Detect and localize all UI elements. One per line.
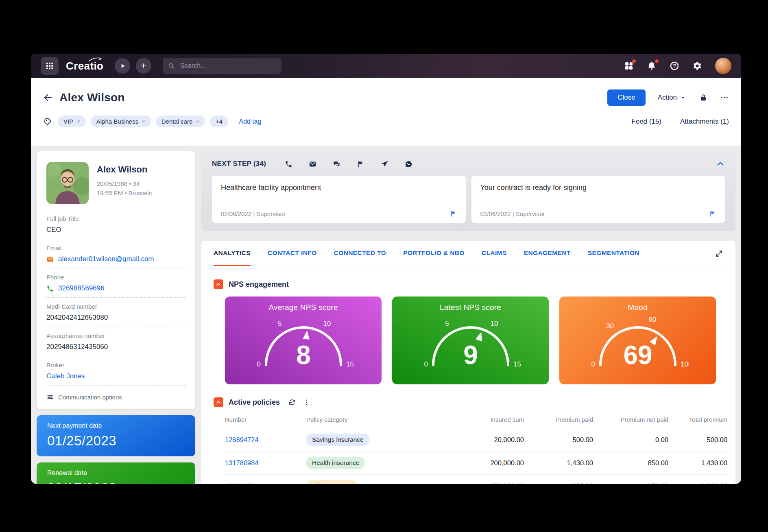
gauge-title: Latest NPS score (392, 303, 549, 312)
profile-time-location: 19:55 PM • Brussels (97, 188, 152, 198)
remove-tag-icon[interactable]: × (77, 118, 80, 124)
tab-portfolio-nbo[interactable]: PORTFOLIO & NBO (403, 241, 465, 266)
field-value[interactable]: 326988569696 (58, 284, 104, 292)
field-label: Phone (46, 274, 185, 281)
remove-tag-icon[interactable]: × (196, 118, 200, 124)
column-header-premium-not-paid[interactable]: Premium not paid (593, 412, 668, 428)
apps-menu-button[interactable] (41, 57, 59, 75)
widgets-button[interactable] (624, 61, 634, 71)
gauge-title: Average NPS score (225, 303, 382, 312)
settings-button[interactable] (692, 61, 702, 71)
gauge-card-mood: Mood0306010069 (559, 297, 716, 384)
field-value[interactable]: Caleb Jones (46, 372, 85, 380)
tab-connected-to[interactable]: CONNECTED TO (334, 241, 386, 266)
refresh-icon[interactable] (288, 399, 296, 406)
close-button[interactable]: Close (607, 89, 645, 106)
envelope-icon (46, 255, 54, 263)
apps-grid-icon (45, 61, 54, 70)
chat-icon[interactable] (333, 160, 340, 168)
tab-engagement[interactable]: ENGAGEMENT (524, 241, 571, 266)
action-dropdown[interactable]: Action (658, 94, 687, 102)
svg-text:15: 15 (346, 360, 354, 368)
gauge-title: Mood (559, 303, 716, 312)
insured-sum-cell: 200,000.00 (441, 451, 524, 475)
global-search[interactable] (163, 58, 281, 74)
add-tag-button[interactable]: Add tag (239, 118, 261, 125)
column-header-total-premium[interactable]: Total premium (668, 412, 727, 428)
tag-pill-dental-care[interactable]: Dental care× (156, 116, 205, 127)
attachments-link[interactable]: Attachments (1) (680, 118, 729, 126)
field-label: Email (46, 244, 185, 251)
tag-pill-vip[interactable]: VIP× (58, 116, 86, 127)
gear-icon (692, 61, 702, 71)
collapse-section-button[interactable] (214, 279, 223, 289)
back-button[interactable] (43, 93, 53, 102)
premium-paid-cell: 1,430.00 (524, 451, 593, 475)
send-icon[interactable] (381, 160, 388, 168)
next-step-card[interactable]: Healthcare facility appointment 02/06/20… (212, 176, 466, 223)
caret-down-icon (679, 94, 687, 101)
feed-link[interactable]: Feed (15) (631, 118, 661, 126)
next-step-card[interactable]: Your contract is ready for signing 02/06… (471, 176, 725, 223)
bell-icon (647, 61, 657, 71)
remove-tag-icon[interactable]: × (142, 118, 145, 124)
column-header-insured-sum[interactable]: Insured sum (441, 412, 524, 428)
tab-contact-info[interactable]: CONTACT INFO (268, 241, 317, 266)
next-step-card-title: Your contract is ready for signing (480, 183, 716, 192)
search-input[interactable] (179, 62, 277, 70)
policies-section-header: Active policies (214, 397, 723, 407)
flag-icon[interactable] (357, 160, 364, 168)
kebab-menu-icon[interactable] (303, 399, 310, 406)
policy-number-link[interactable]: 126894724 (225, 436, 259, 443)
table-row[interactable]: 131780984 Health insurance 200,000.00 1,… (225, 451, 727, 475)
insured-sum-cell: 20.000.00 (441, 428, 524, 451)
column-header-premium-paid[interactable]: Premium paid (524, 412, 593, 428)
topbar-right: ? (624, 58, 731, 74)
run-process-button[interactable] (115, 58, 130, 74)
renewal-date-card[interactable]: Renewal date 02/17/2023 (37, 462, 195, 484)
lock-button[interactable] (699, 93, 708, 102)
collapse-section-button[interactable] (214, 397, 223, 407)
collapse-panel-button[interactable] (716, 159, 725, 168)
chevron-up-icon (216, 281, 221, 287)
tab-claims[interactable]: CLAIMS (482, 241, 507, 266)
tag-pill-alpha-business[interactable]: Alpha Business× (91, 116, 151, 127)
table-row[interactable]: 126894724 Savings insurance 20.000.00 50… (225, 428, 727, 451)
phone-icon[interactable] (285, 160, 292, 168)
tag-overflow-pill[interactable]: +4 (210, 116, 228, 127)
tag-label: Dental care (161, 118, 193, 125)
next-step-card-title: Healthcare facility appointment (221, 183, 457, 192)
envelope-icon[interactable] (309, 160, 316, 168)
more-options-button[interactable] (720, 93, 729, 102)
policy-number-link[interactable]: 131780984 (225, 459, 259, 467)
total-premium-cell: 1,430.00 (668, 451, 727, 475)
communication-options-button[interactable]: Communication options (46, 386, 185, 403)
table-row[interactable]: 126894724 Life insurance 150,000.00 850.… (225, 475, 727, 484)
field-value[interactable]: alexander01wilson@gmail.com (58, 255, 154, 263)
right-column: NEXT STEP (34) Healthcare facility appoi… (201, 151, 735, 484)
flag-icon[interactable] (450, 210, 457, 217)
notifications-button[interactable] (647, 61, 657, 71)
flag-icon[interactable] (709, 210, 716, 217)
help-button[interactable]: ? (670, 61, 679, 71)
next-payment-date-card[interactable]: Next payment date 01/25/2023 (37, 415, 195, 456)
field-label: Medi-Card number (46, 303, 185, 310)
user-avatar[interactable] (715, 58, 731, 74)
policy-number-link[interactable]: 126894724 (225, 482, 259, 484)
field-value: 2042042412653080 (46, 314, 108, 322)
column-header-policy-category[interactable]: Policy category (306, 412, 441, 428)
policy-category-badge: Life insurance (306, 480, 357, 484)
whatsapp-icon[interactable] (405, 160, 412, 168)
gauge-card-average-nps-score: Average NPS score0510158 (225, 297, 382, 384)
column-header-number[interactable]: Number (225, 412, 306, 428)
profile-photo[interactable] (46, 162, 89, 204)
add-new-button[interactable] (136, 58, 151, 74)
svg-text:0: 0 (591, 360, 595, 368)
widgets-icon (624, 61, 634, 71)
tab-segmentation[interactable]: SEGMENTATION (588, 241, 639, 266)
profile-field-phone: Phone 326988569696 (46, 268, 185, 298)
expand-button[interactable] (715, 249, 723, 258)
tab-analytics[interactable]: ANALYTICS (214, 241, 251, 266)
next-step-panel: NEXT STEP (34) Healthcare facility appoi… (201, 151, 735, 231)
policies-table: NumberPolicy categoryInsured sumPremium … (225, 412, 722, 484)
